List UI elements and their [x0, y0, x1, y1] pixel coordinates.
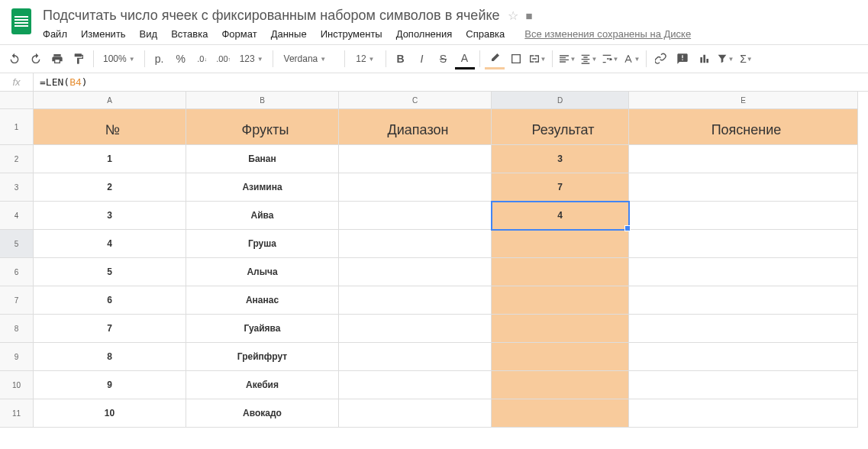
- cell-c8[interactable]: [339, 315, 492, 343]
- cell-e7[interactable]: [629, 286, 858, 315]
- cell-c9[interactable]: [339, 343, 492, 371]
- fill-color-button[interactable]: [485, 48, 505, 69]
- menu-insert[interactable]: Вставка: [171, 28, 208, 40]
- merge-button[interactable]: ▼: [528, 48, 547, 69]
- cell-d5[interactable]: [492, 230, 629, 258]
- cell-d7[interactable]: [492, 286, 629, 315]
- cell-e3[interactable]: [629, 173, 858, 202]
- cell-a8[interactable]: 7: [34, 315, 186, 343]
- cell-d10[interactable]: [492, 371, 629, 399]
- decrease-decimal-button[interactable]: .0↓: [192, 48, 212, 69]
- cell-c2[interactable]: [339, 145, 492, 173]
- select-all-corner[interactable]: [0, 92, 34, 109]
- wrap-button[interactable]: ▼: [600, 48, 620, 69]
- cell-c10[interactable]: [339, 371, 492, 399]
- bold-button[interactable]: B: [391, 48, 411, 69]
- row-header-6[interactable]: 6: [0, 258, 34, 286]
- row-header-7[interactable]: 7: [0, 286, 34, 315]
- row-header-5[interactable]: 5: [0, 230, 34, 258]
- cell-b3[interactable]: Азимина: [186, 173, 339, 202]
- cell-b10[interactable]: Акебия: [186, 371, 339, 399]
- more-formats-button[interactable]: 123▼: [235, 53, 268, 64]
- cell-a3[interactable]: 2: [34, 173, 186, 202]
- save-status[interactable]: Все изменения сохранены на Диске: [524, 28, 691, 40]
- cell-c3[interactable]: [339, 173, 492, 202]
- row-header-11[interactable]: 11: [0, 399, 34, 428]
- row-header-10[interactable]: 10: [0, 371, 34, 399]
- folder-icon[interactable]: ■: [526, 9, 533, 22]
- cell-b4[interactable]: Айва: [186, 202, 339, 230]
- cell-d2[interactable]: 3: [492, 145, 629, 173]
- cell-e6[interactable]: [629, 258, 858, 286]
- cell-b5[interactable]: Груша: [186, 230, 339, 258]
- cell-b8[interactable]: Гуайява: [186, 315, 339, 343]
- halign-button[interactable]: ▼: [557, 48, 577, 69]
- cell-b7[interactable]: Ананас: [186, 286, 339, 315]
- menu-help[interactable]: Справка: [466, 28, 505, 40]
- percent-button[interactable]: %: [171, 48, 191, 69]
- formula-input[interactable]: =LEN(B4): [34, 73, 868, 91]
- menu-tools[interactable]: Инструменты: [321, 28, 382, 40]
- paint-format-icon[interactable]: [69, 48, 89, 69]
- row-header-3[interactable]: 3: [0, 173, 34, 202]
- cell-e8[interactable]: [629, 315, 858, 343]
- cell-c5[interactable]: [339, 230, 492, 258]
- cell-b11[interactable]: Авокадо: [186, 399, 339, 428]
- menu-data[interactable]: Данные: [271, 28, 307, 40]
- cell-a10[interactable]: 9: [34, 371, 186, 399]
- font-size-select[interactable]: 12▼: [350, 53, 380, 64]
- col-header-B[interactable]: B: [186, 92, 339, 109]
- row-header-1[interactable]: 1: [0, 109, 34, 145]
- filter-button[interactable]: ▼: [715, 48, 735, 69]
- cell-d11[interactable]: [492, 399, 629, 428]
- cell-c4[interactable]: [339, 202, 492, 230]
- cell-a2[interactable]: 1: [34, 145, 186, 173]
- row-header-2[interactable]: 2: [0, 145, 34, 173]
- rotate-button[interactable]: ▼: [621, 48, 641, 69]
- font-select[interactable]: Verdana▼: [278, 53, 340, 64]
- cell-e2[interactable]: [629, 145, 858, 173]
- comment-button[interactable]: [673, 48, 692, 69]
- cell-c11[interactable]: [339, 399, 492, 428]
- menu-format[interactable]: Формат: [221, 28, 257, 40]
- cell-e4[interactable]: [629, 202, 858, 230]
- star-icon[interactable]: ☆: [508, 8, 518, 23]
- cell-e11[interactable]: [629, 399, 858, 428]
- cell-b9[interactable]: Грейпфрут: [186, 343, 339, 371]
- menu-addons[interactable]: Дополнения: [396, 28, 453, 40]
- cell-d8[interactable]: [492, 315, 629, 343]
- increase-decimal-button[interactable]: .00↑: [214, 48, 234, 69]
- doc-title[interactable]: Подсчитать число ячеек с фиксированным н…: [43, 8, 500, 24]
- cell-e9[interactable]: [629, 343, 858, 371]
- cell-a11[interactable]: 10: [34, 399, 186, 428]
- strike-button[interactable]: S: [434, 48, 453, 69]
- menu-view[interactable]: Вид: [140, 28, 158, 40]
- header-cell-e[interactable]: Пояснение: [629, 109, 858, 145]
- redo-icon[interactable]: [26, 48, 46, 69]
- borders-button[interactable]: [506, 48, 526, 69]
- cell-a6[interactable]: 5: [34, 258, 186, 286]
- cell-a9[interactable]: 8: [34, 343, 186, 371]
- link-button[interactable]: [651, 48, 671, 69]
- col-header-A[interactable]: A: [34, 92, 186, 109]
- cell-a4[interactable]: 3: [34, 202, 186, 230]
- cell-b2[interactable]: Банан: [186, 145, 339, 173]
- functions-button[interactable]: Σ▼: [737, 48, 757, 69]
- italic-button[interactable]: I: [412, 48, 432, 69]
- valign-button[interactable]: ▼: [579, 48, 599, 69]
- row-header-8[interactable]: 8: [0, 315, 34, 343]
- cell-a7[interactable]: 6: [34, 286, 186, 315]
- cell-a5[interactable]: 4: [34, 230, 186, 258]
- sheets-logo[interactable]: [6, 6, 37, 37]
- cell-c6[interactable]: [339, 258, 492, 286]
- text-color-button[interactable]: A: [455, 48, 475, 69]
- cell-e5[interactable]: [629, 230, 858, 258]
- header-cell-d[interactable]: Результат: [492, 109, 629, 145]
- col-header-C[interactable]: C: [339, 92, 492, 109]
- cell-d6[interactable]: [492, 258, 629, 286]
- cell-d4[interactable]: 4: [492, 202, 629, 230]
- cell-d9[interactable]: [492, 343, 629, 371]
- row-header-9[interactable]: 9: [0, 343, 34, 371]
- header-cell-b[interactable]: Фрукты: [186, 109, 339, 145]
- zoom-select[interactable]: 100%▼: [98, 53, 140, 64]
